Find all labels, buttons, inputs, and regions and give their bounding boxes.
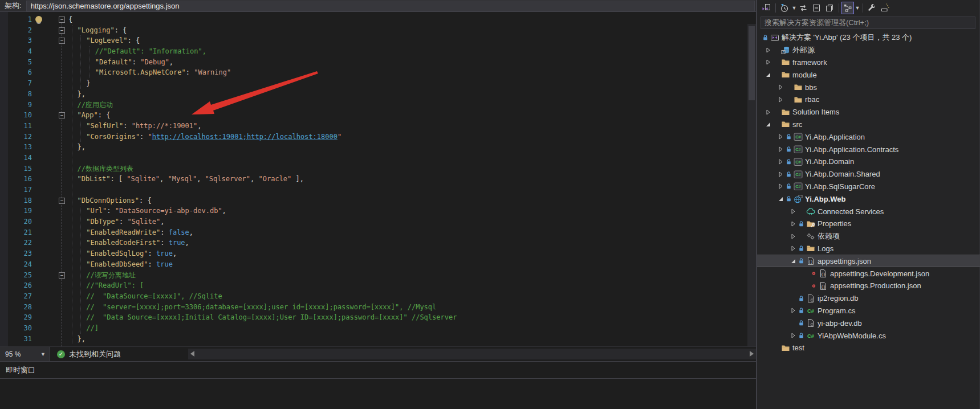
schema-url-combobox[interactable]: https://json.schemastore.org/appsettings…	[26, 1, 755, 11]
tree-item-yi-abp-dev.db[interactable]: yi-abp-dev.db	[757, 317, 980, 329]
tree-item-bbs[interactable]: bbs	[757, 81, 980, 93]
tree-item-program.cs[interactable]: C#Program.cs	[757, 305, 980, 317]
expand-arrow-icon[interactable]	[776, 182, 785, 191]
code-line[interactable]: 3−"LogLevel": {	[0, 35, 756, 46]
tree-item-connected-services[interactable]: Connected Services	[757, 205, 980, 218]
scroll-right-icon[interactable]	[750, 351, 754, 357]
code-line[interactable]: 22"EnabledCodeFirst": true,	[0, 238, 756, 248]
tree-item--[interactable]: 依赖项	[757, 230, 980, 243]
code-line[interactable]: 13},	[0, 142, 756, 153]
fold-toggle-icon[interactable]: −	[59, 27, 65, 34]
tree-item-ip2region.db[interactable]: ip2region.db	[757, 292, 980, 305]
code-line[interactable]: 9//应用启动	[0, 100, 756, 111]
code-line[interactable]: 28// "server=[xxxx];port=3306;database=[…	[0, 302, 756, 313]
expand-arrow-icon[interactable]	[788, 331, 798, 340]
code-line[interactable]: 14	[0, 153, 756, 163]
expand-arrow-icon[interactable]	[788, 306, 798, 315]
track-dropdown-icon[interactable]: ▼	[855, 5, 860, 11]
expand-arrow-icon[interactable]	[763, 58, 772, 67]
code-line[interactable]: 20"DbType": "Sqlite",	[0, 216, 756, 227]
sync-with-active-document-icon[interactable]	[797, 2, 810, 14]
code-line[interactable]: 5"Default": "Debug",	[0, 57, 756, 68]
code-line[interactable]: 21"EnabledReadWrite": false,	[0, 227, 756, 238]
code-line[interactable]: 11"SelfUrl": "http://*:19001",	[0, 121, 756, 132]
code-line[interactable]: 12"CorsOrigins": "http://localhost:19001…	[0, 132, 756, 142]
vertical-scrollbar[interactable]	[747, 24, 756, 346]
zoom-level-combobox[interactable]: 95 % ▼	[0, 347, 50, 361]
fold-toggle-icon[interactable]: −	[59, 198, 65, 204]
immediate-window-title[interactable]: 即时窗口	[0, 362, 756, 378]
code-line[interactable]: 26//"ReadUrl": [	[0, 280, 756, 291]
tree-item-yi.abp.domain[interactable]: C#Yi.Abp.Domain	[757, 156, 980, 168]
expand-arrow-icon[interactable]	[776, 157, 785, 166]
code-line[interactable]: 6"Microsoft.AspNetCore": "Warning"	[0, 67, 756, 78]
expand-arrow-icon[interactable]	[776, 170, 785, 179]
lightbulb-icon[interactable]	[35, 16, 42, 23]
code-line[interactable]: 18−"DbConnOptions": {	[0, 195, 756, 206]
code-line[interactable]: 8},	[0, 89, 756, 100]
expand-arrow-icon[interactable]	[776, 145, 785, 154]
tree-item-yi.abp.application.contracts[interactable]: C#Yi.Abp.Application.Contracts	[757, 143, 980, 156]
code-line[interactable]: 19"Url": "DataSource=yi-abp-dev.db",	[0, 206, 756, 216]
collapse-all-icon[interactable]	[810, 2, 823, 14]
code-line[interactable]: 31},	[0, 334, 756, 345]
code-line[interactable]: 29// "Data Source=[xxxx];Initial Catalog…	[0, 312, 756, 323]
horizontal-scrollbar[interactable]	[188, 349, 756, 359]
code-line[interactable]: 30//]	[0, 323, 756, 334]
track-active-item-icon[interactable]	[841, 2, 854, 14]
tree-item-framework[interactable]: framework	[757, 56, 980, 69]
tree-item-test[interactable]: test	[757, 342, 980, 354]
tree-item-yi.abp.domain.shared[interactable]: C#Yi.Abp.Domain.Shared	[757, 168, 980, 181]
fold-toggle-icon[interactable]: −	[59, 272, 65, 279]
expand-arrow-icon[interactable]	[776, 83, 785, 92]
code-line[interactable]: 1−{	[0, 14, 756, 25]
collapse-arrow-icon[interactable]	[776, 194, 785, 203]
code-line[interactable]: 23"EnabledSqlLog": true,	[0, 248, 756, 259]
tree-item-logs[interactable]: Logs	[757, 243, 980, 255]
fold-toggle-icon[interactable]: −	[59, 112, 65, 118]
vertical-scrollbar-thumb[interactable]	[749, 26, 755, 100]
code-line[interactable]: 25−//读写分离地址	[0, 270, 756, 281]
tree-item-appsettings.json[interactable]: {}appsettings.json	[757, 255, 980, 267]
pending-changes-filter-icon[interactable]	[778, 2, 791, 14]
tree-item-properties[interactable]: Properties	[757, 218, 980, 230]
properties-wrench-icon[interactable]	[865, 2, 878, 14]
collapse-arrow-icon[interactable]	[763, 120, 772, 129]
tree-item-module[interactable]: module	[757, 68, 980, 81]
code-line[interactable]: 16"DbList": [ "Sqlite", "Mysql", "Sqlser…	[0, 174, 756, 185]
solution-explorer-search-input[interactable]: 搜索解决方案资源管理器(Ctrl+;)	[761, 17, 975, 29]
code-line[interactable]: 2−"Logging": {	[0, 25, 756, 36]
tree-item-src[interactable]: src	[757, 118, 980, 131]
expand-arrow-icon[interactable]	[788, 207, 798, 216]
switch-views-icon[interactable]	[760, 2, 772, 14]
expand-arrow-icon[interactable]	[788, 232, 798, 241]
scroll-left-icon[interactable]	[190, 351, 194, 357]
expand-arrow-icon[interactable]	[776, 95, 785, 104]
tree-item-appsettings.development.json[interactable]: {}appsettings.Development.json	[757, 267, 980, 280]
code-line[interactable]: 27// "DataSource=[xxxx]", //Sqlite	[0, 291, 756, 302]
code-line[interactable]: 4//"Default": "Information",	[0, 46, 756, 57]
expand-arrow-icon[interactable]	[776, 132, 785, 141]
tree-item-yi.abp.application[interactable]: C#Yi.Abp.Application	[757, 130, 980, 143]
tree-item--yi.abp-23-23-[interactable]: 解决方案 'Yi.Abp' (23 个项目，共 23 个)	[757, 31, 980, 44]
fold-toggle-icon[interactable]: −	[59, 17, 65, 23]
expand-arrow-icon[interactable]	[788, 244, 798, 253]
document-health-indicator[interactable]: ✓ 未找到相关问题	[57, 347, 121, 361]
collapse-arrow-icon[interactable]	[763, 70, 772, 79]
code-line[interactable]: 24"EnabledDbSeed": true	[0, 259, 756, 270]
fold-toggle-icon[interactable]: −	[59, 38, 65, 44]
code-line[interactable]: 17	[0, 185, 756, 195]
tree-item-rbac[interactable]: rbac	[757, 93, 980, 106]
code-editor[interactable]: 1−{2−"Logging": {3−"LogLevel": {4//"Defa…	[0, 12, 756, 346]
tree-item-yiabpwebmodule.cs[interactable]: C#YiAbpWebModule.cs	[757, 329, 980, 342]
tree-item-appsettings.production.json[interactable]: {}appsettings.Production.json	[757, 280, 980, 292]
code-line[interactable]: 15//数据库类型列表	[0, 163, 756, 174]
code-line[interactable]: 10−"App": {	[0, 110, 756, 121]
tree-item--[interactable]: 外部源	[757, 44, 980, 56]
show-all-files-icon[interactable]	[823, 2, 836, 14]
filter-dropdown-icon[interactable]: ▼	[791, 5, 797, 11]
collapse-arrow-icon[interactable]	[788, 256, 798, 265]
preview-selected-items-icon[interactable]	[879, 2, 891, 14]
expand-arrow-icon[interactable]	[788, 219, 798, 228]
tree-item-yi.abp.web[interactable]: Yi.Abp.Web	[757, 193, 980, 205]
